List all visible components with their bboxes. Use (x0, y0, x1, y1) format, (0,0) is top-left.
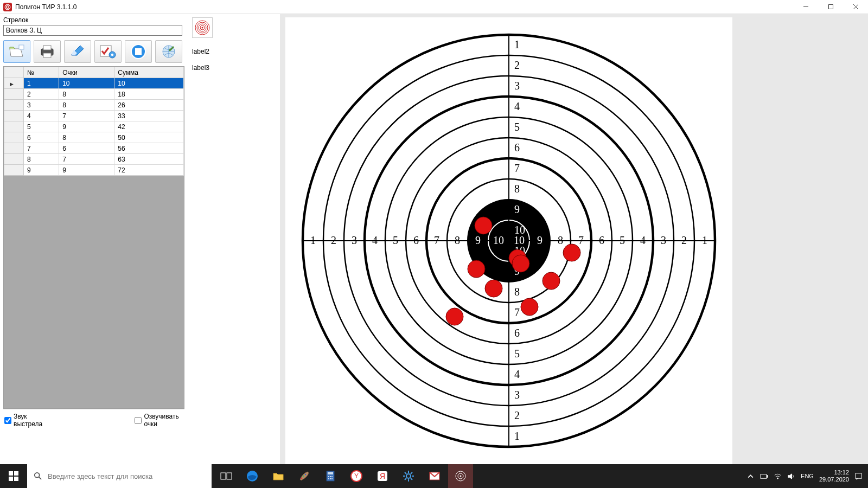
shooter-input[interactable] (3, 25, 182, 36)
svg-line-112 (405, 478, 406, 480)
toolbar-stop-button[interactable] (125, 40, 152, 63)
cell-points[interactable]: 7 (59, 154, 114, 165)
svg-text:5: 5 (514, 121, 520, 133)
cell-points[interactable]: 9 (59, 121, 114, 132)
row-header[interactable] (4, 165, 24, 176)
svg-line-113 (411, 472, 412, 474)
row-header[interactable] (4, 100, 24, 111)
toolbar-settings-button[interactable] (94, 40, 122, 63)
tray-clock[interactable]: 13:12 29.07.2020 (819, 469, 849, 483)
cell-sum[interactable]: 63 (114, 154, 184, 165)
cell-n[interactable]: 6 (24, 132, 59, 143)
taskbar-search[interactable]: Введите здесь текст для поиска (27, 464, 212, 488)
announce-input[interactable] (135, 417, 142, 424)
cell-n[interactable]: 8 (24, 154, 59, 165)
shot-sound-checkbox[interactable]: Звук выстрела (4, 413, 48, 428)
svg-text:8: 8 (514, 183, 520, 195)
cell-n[interactable]: 3 (24, 100, 59, 111)
cell-n[interactable]: 9 (24, 165, 59, 176)
cell-points[interactable]: 7 (59, 111, 114, 121)
row-header[interactable] (4, 121, 24, 132)
tray-lang[interactable]: ENG (801, 473, 814, 479)
cell-points[interactable]: 9 (59, 165, 114, 176)
shot-sound-input[interactable] (4, 417, 11, 424)
cell-points[interactable]: 8 (59, 100, 114, 111)
svg-text:8: 8 (455, 234, 460, 246)
cell-n[interactable]: 7 (24, 143, 59, 154)
notifications-icon[interactable] (854, 472, 863, 480)
cell-n[interactable]: 5 (24, 121, 59, 132)
table-row[interactable]: 3826 (4, 100, 184, 111)
cell-sum[interactable]: 10 (114, 78, 184, 89)
row-header[interactable] (4, 154, 24, 165)
cell-points[interactable]: 8 (59, 132, 114, 143)
svg-point-105 (406, 474, 411, 478)
table-row[interactable]: 4733 (4, 111, 184, 121)
col-points[interactable]: Очки (59, 67, 114, 78)
cell-n[interactable]: 2 (24, 89, 59, 100)
row-header[interactable] (4, 89, 24, 100)
col-n[interactable]: № (24, 67, 59, 78)
table-row[interactable]: 9972 (4, 165, 184, 176)
cell-points[interactable]: 10 (59, 78, 114, 89)
shot-marker (485, 280, 502, 297)
toolbar-print-button[interactable] (34, 40, 61, 63)
table-row[interactable]: 8763 (4, 154, 184, 165)
cell-sum[interactable]: 26 (114, 100, 184, 111)
table-row[interactable]: 2818 (4, 89, 184, 100)
cell-sum[interactable]: 50 (114, 132, 184, 143)
svg-rect-9 (43, 53, 51, 57)
svg-text:6: 6 (514, 142, 520, 153)
start-button[interactable] (0, 464, 27, 488)
cell-sum[interactable]: 18 (114, 89, 184, 100)
cell-n[interactable]: 4 (24, 111, 59, 121)
edge-button[interactable] (240, 464, 265, 488)
toolbar-calibrate-button[interactable] (155, 40, 182, 63)
explorer-button[interactable] (266, 464, 291, 488)
svg-rect-6 (19, 45, 24, 49)
svg-text:6: 6 (514, 327, 520, 339)
toolbar-open-button[interactable] (3, 40, 30, 63)
maximize-button[interactable] (818, 0, 843, 14)
svg-text:9: 9 (475, 234, 481, 246)
cell-sum[interactable]: 56 (114, 143, 184, 154)
table-row[interactable]: 7656 (4, 143, 184, 154)
svg-text:1: 1 (310, 234, 316, 246)
svg-text:1: 1 (514, 430, 520, 442)
minimize-button[interactable] (793, 0, 818, 14)
close-button[interactable] (843, 0, 868, 14)
eraser-icon (68, 43, 87, 60)
yandex-icon: Я (376, 470, 389, 483)
announce-checkbox[interactable]: Озвучивать очки (135, 413, 183, 428)
cell-sum[interactable]: 33 (114, 111, 184, 121)
calculator-button[interactable] (318, 464, 343, 488)
cell-sum[interactable]: 72 (114, 165, 184, 176)
results-grid[interactable]: № Очки Сумма ▶11010281838264733594268507… (3, 66, 184, 409)
yandex-browser-button[interactable]: Y (344, 464, 369, 488)
cell-points[interactable]: 6 (59, 143, 114, 154)
paint-button[interactable] (292, 464, 317, 488)
row-header[interactable] (4, 111, 24, 121)
cell-sum[interactable]: 42 (114, 121, 184, 132)
svg-text:4: 4 (514, 100, 520, 112)
svg-text:6: 6 (599, 234, 604, 246)
target-type-button[interactable] (192, 17, 213, 38)
cell-n[interactable]: 1 (24, 78, 59, 89)
table-row[interactable]: 6850 (4, 132, 184, 143)
grid-corner[interactable] (4, 67, 24, 78)
table-row[interactable]: 5942 (4, 121, 184, 132)
svg-text:7: 7 (514, 162, 520, 174)
col-sum[interactable]: Сумма (114, 67, 184, 78)
table-row[interactable]: ▶11010 (4, 78, 184, 89)
settings-gear-button[interactable] (396, 464, 421, 488)
task-view-button[interactable] (214, 464, 239, 488)
system-tray[interactable]: ENG 13:12 29.07.2020 (741, 469, 868, 483)
cell-points[interactable]: 8 (59, 89, 114, 100)
gmail-button[interactable] (422, 464, 447, 488)
yandex-button[interactable]: Я (370, 464, 395, 488)
app-taskbar-button[interactable] (448, 464, 473, 488)
row-header[interactable] (4, 132, 24, 143)
toolbar-erase-button[interactable] (64, 40, 91, 63)
row-header[interactable]: ▶ (4, 78, 24, 89)
row-header[interactable] (4, 143, 24, 154)
